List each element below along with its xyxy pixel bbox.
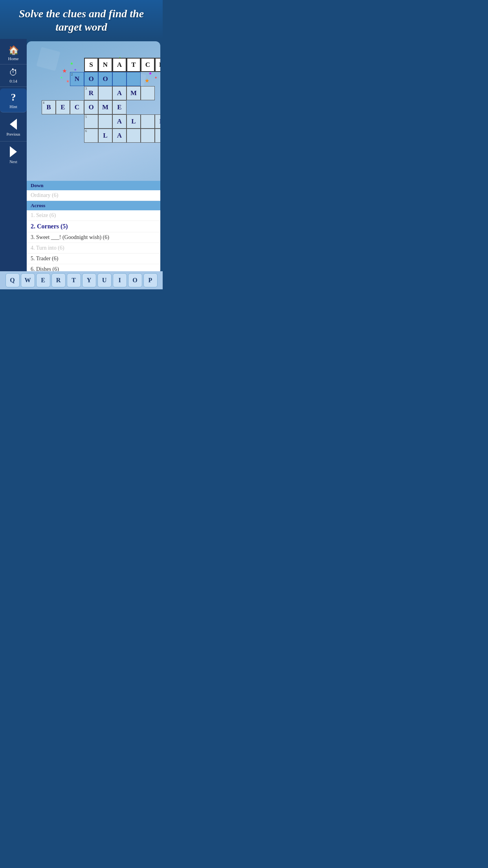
cell-1-9[interactable]: H <box>155 58 160 72</box>
hint-icon: ? <box>11 92 16 103</box>
home-label: Home <box>8 56 19 61</box>
cell-1-7[interactable]: T <box>127 58 141 72</box>
key-o[interactable]: O <box>128 273 142 287</box>
key-r[interactable]: R <box>51 273 66 287</box>
cell-1-8[interactable]: C <box>141 58 155 72</box>
timer-value: 0:14 <box>9 79 17 83</box>
key-y[interactable]: Y <box>82 273 96 287</box>
grid-row-1: S N A T C H <box>42 58 160 72</box>
down-header: Down <box>27 181 160 190</box>
grid-row-4: 4 B E C O M E <box>42 100 160 114</box>
next-arrow-icon <box>10 146 17 157</box>
cell-5-4[interactable]: 5 <box>84 114 98 129</box>
cell-4-2[interactable]: E <box>56 100 70 114</box>
cell-4-4[interactable]: O <box>84 100 98 114</box>
key-i[interactable]: I <box>113 273 127 287</box>
previous-button[interactable]: Previous <box>0 114 27 142</box>
home-icon: 🏠 <box>8 45 19 55</box>
across-header: Across <box>27 201 160 210</box>
cell-2-3[interactable]: 2 N <box>70 72 84 86</box>
grid-row-6: 6 L A <box>42 129 160 143</box>
cell-5-9[interactable]: R <box>155 114 160 129</box>
across-clue-5[interactable]: 5. Trader (6) <box>27 254 160 264</box>
grid-row-3: 3 R A M <box>42 86 160 100</box>
across-clue-1[interactable]: 1. Seize (6) <box>27 210 160 221</box>
grid-row-5: 5 A L R <box>42 114 160 129</box>
across-clue-4-text: 4. Turn into (6) <box>31 245 64 251</box>
across-clue-2-text: 2. Corners (5) <box>31 223 68 230</box>
crossword-grid[interactable]: S N A T C H 2 N <box>42 58 160 143</box>
cell-1-4[interactable]: S <box>84 58 98 72</box>
cell-6-7[interactable] <box>127 129 141 143</box>
cell-1-6[interactable]: A <box>112 58 127 72</box>
cell-4-3[interactable]: C <box>70 100 84 114</box>
cell-5-6[interactable]: A <box>112 114 127 129</box>
hint-button[interactable]: ? Hint <box>0 88 27 112</box>
cell-2-4[interactable]: O <box>84 72 98 86</box>
cell-3-5[interactable] <box>98 86 112 100</box>
cell-5-7[interactable]: L <box>127 114 141 129</box>
cell-3-8[interactable] <box>141 86 155 100</box>
key-w[interactable]: W <box>21 273 35 287</box>
across-clue-1-text: 1. Seize (6) <box>31 212 56 218</box>
timer-icon: ⏱ <box>9 68 18 78</box>
previous-label: Previous <box>7 132 20 136</box>
across-clue-5-text: 5. Trader (6) <box>31 256 58 261</box>
keyboard: Q W E R T Y U I O P <box>0 271 163 289</box>
crossword-board[interactable]: ★ ★ ★ ★ ★ ★ ★ ★ ★ ★ ★ ★ ★ ★ ★ <box>27 41 160 181</box>
across-clue-3[interactable]: 3. Sweet ___! (Goodnight wish) (6) <box>27 232 160 243</box>
cell-6-4[interactable]: 6 <box>84 129 98 143</box>
key-q[interactable]: Q <box>6 273 20 287</box>
timer-display: ⏱ 0:14 <box>0 64 27 87</box>
home-button[interactable]: 🏠 Home <box>0 42 27 64</box>
cell-3-7[interactable]: M <box>127 86 141 100</box>
key-p[interactable]: P <box>143 273 158 287</box>
cell-4-1[interactable]: 4 B <box>42 100 56 114</box>
cell-4-6[interactable]: E <box>112 100 127 114</box>
down-clue-1[interactable]: Ordinary (6) <box>27 190 160 201</box>
key-t[interactable]: T <box>67 273 81 287</box>
hint-label: Hint <box>9 104 17 109</box>
cell-3-4[interactable]: 3 R <box>84 86 98 100</box>
cell-5-8[interactable] <box>141 114 155 129</box>
cell-2-6[interactable] <box>112 72 127 86</box>
sidebar: 🏠 Home ⏱ 0:14 ? Hint Previous Next <box>0 39 27 275</box>
down-clue-1-text: Ordinary (6) <box>31 192 58 198</box>
cell-1-5[interactable]: N <box>98 58 112 72</box>
cell-2-5[interactable]: O <box>98 72 112 86</box>
cell-6-8[interactable] <box>141 129 155 143</box>
next-label: Next <box>9 160 17 164</box>
across-clue-2[interactable]: 2. Corners (5) <box>27 221 160 232</box>
across-clue-3-text: 3. Sweet ___! (Goodnight wish) (6) <box>31 234 109 240</box>
cell-6-6[interactable]: A <box>112 129 127 143</box>
grid-row-2: 2 N O O <box>42 72 160 86</box>
cell-4-5[interactable]: M <box>98 100 112 114</box>
cell-3-6[interactable]: A <box>112 86 127 100</box>
next-button[interactable]: Next <box>0 142 27 169</box>
header-title: Solve the clues and find the target word <box>8 7 155 33</box>
key-e[interactable]: E <box>36 273 50 287</box>
header: Solve the clues and find the target word <box>0 0 163 39</box>
cell-6-9[interactable] <box>155 129 160 143</box>
cell-2-7[interactable] <box>127 72 141 86</box>
across-clue-4[interactable]: 4. Turn into (6) <box>27 243 160 254</box>
cell-5-5[interactable] <box>98 114 112 129</box>
cell-6-5[interactable]: L <box>98 129 112 143</box>
key-u[interactable]: U <box>97 273 112 287</box>
clues-section: Down Ordinary (6) Across 1. Seize (6) 2.… <box>27 181 160 275</box>
previous-arrow-icon <box>10 119 17 130</box>
